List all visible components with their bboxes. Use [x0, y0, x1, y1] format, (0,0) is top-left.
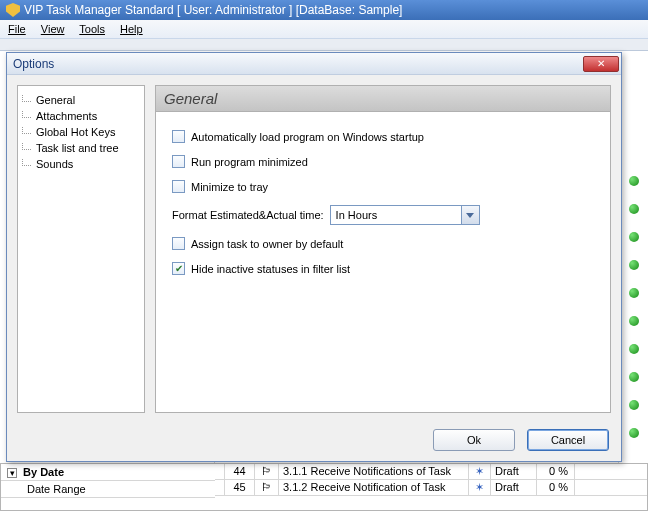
checkbox-assign[interactable]: [172, 237, 185, 250]
cell-desc: 3.1.1 Receive Notifications of Task: [279, 464, 469, 479]
cell-status: Draft: [491, 480, 537, 495]
filter-daterange[interactable]: Date Range: [1, 481, 215, 498]
app-title: VIP Task Manager Standard [ User: Admini…: [24, 3, 402, 17]
table-row[interactable]: 44 🏳 3.1.1 Receive Notifications of Task…: [215, 464, 647, 480]
opt-assign-row: Assign task to owner by default: [172, 237, 594, 250]
table-row[interactable]: 45 🏳 3.1.2 Receive Notification of Task …: [215, 480, 647, 496]
status-dot-icon: [629, 428, 639, 438]
checkbox-minimized[interactable]: [172, 155, 185, 168]
opt-tray-label: Minimize to tray: [191, 181, 268, 193]
toolbar-area: [0, 39, 648, 51]
status-dot-icon: [629, 288, 639, 298]
status-dot-icon: [629, 176, 639, 186]
checkbox-tray[interactable]: [172, 180, 185, 193]
nav-tasklist[interactable]: Task list and tree: [22, 140, 140, 156]
status-dot-icon: [629, 372, 639, 382]
opt-assign-label: Assign task to owner by default: [191, 238, 343, 250]
opt-tray-row: Minimize to tray: [172, 180, 594, 193]
options-form: Automatically load program on Windows st…: [156, 112, 610, 293]
nav-general[interactable]: General: [22, 92, 140, 108]
cell-desc: 3.1.2 Receive Notification of Task: [279, 480, 469, 495]
task-grid: 44 🏳 3.1.1 Receive Notifications of Task…: [215, 463, 648, 511]
flag-icon: 🏳: [255, 464, 279, 479]
menu-view[interactable]: View: [41, 23, 65, 35]
bg-status-strip: [618, 56, 648, 511]
opt-autoload-label: Automatically load program on Windows st…: [191, 131, 424, 143]
filter-group-bydate[interactable]: ▾ By Date: [1, 464, 215, 481]
format-select[interactable]: In Hours: [330, 205, 480, 225]
status-dot-icon: [629, 344, 639, 354]
star-icon: ✶: [469, 480, 491, 495]
format-select-value: In Hours: [331, 209, 461, 221]
filter-panel: ▾ By Date Date Range: [0, 463, 215, 511]
filter-bydate-label: By Date: [23, 466, 64, 478]
options-dialog: Options ✕ General Attachments Global Hot…: [6, 52, 622, 462]
menu-file[interactable]: File: [8, 23, 26, 35]
nav-attachments[interactable]: Attachments: [22, 108, 140, 124]
ok-button[interactable]: Ok: [433, 429, 515, 451]
section-header: General: [156, 86, 610, 112]
cell-pct: 0 %: [537, 464, 575, 479]
nav-sounds[interactable]: Sounds: [22, 156, 140, 172]
opt-hideinactive-row: ✔ Hide inactive statuses in filter list: [172, 262, 594, 275]
menu-tools[interactable]: Tools: [79, 23, 105, 35]
dialog-title: Options: [13, 57, 54, 71]
menubar: File View Tools Help: [0, 20, 648, 39]
options-nav: General Attachments Global Hot Keys Task…: [17, 85, 145, 413]
chevron-down-icon: [466, 213, 474, 218]
options-content: General Automatically load program on Wi…: [155, 85, 611, 413]
cell-status: Draft: [491, 464, 537, 479]
cell-num: 45: [225, 480, 255, 495]
opt-hideinactive-label: Hide inactive statuses in filter list: [191, 263, 350, 275]
flag-icon: 🏳: [255, 480, 279, 495]
dialog-titlebar[interactable]: Options ✕: [7, 53, 621, 75]
cell-pct: 0 %: [537, 480, 575, 495]
menu-help[interactable]: Help: [120, 23, 143, 35]
checkbox-autoload[interactable]: [172, 130, 185, 143]
close-button[interactable]: ✕: [583, 56, 619, 72]
status-dot-icon: [629, 204, 639, 214]
nav-hotkeys[interactable]: Global Hot Keys: [22, 124, 140, 140]
bottom-area: ▾ By Date Date Range 44 🏳 3.1.1 Receive …: [0, 463, 648, 511]
expand-icon[interactable]: ▾: [7, 468, 17, 478]
opt-minimized-label: Run program minimized: [191, 156, 308, 168]
opt-minimized-row: Run program minimized: [172, 155, 594, 168]
opt-format-row: Format Estimated&Actual time: In Hours: [172, 205, 594, 225]
status-dot-icon: [629, 260, 639, 270]
star-icon: ✶: [469, 464, 491, 479]
checkbox-hideinactive[interactable]: ✔: [172, 262, 185, 275]
status-dot-icon: [629, 316, 639, 326]
app-titlebar: VIP Task Manager Standard [ User: Admini…: [0, 0, 648, 20]
cancel-button[interactable]: Cancel: [527, 429, 609, 451]
app-icon: [6, 3, 20, 17]
opt-autoload-row: Automatically load program on Windows st…: [172, 130, 594, 143]
close-icon: ✕: [597, 58, 605, 69]
cell-num: 44: [225, 464, 255, 479]
status-dot-icon: [629, 400, 639, 410]
dialog-buttons: Ok Cancel: [7, 423, 621, 461]
status-dot-icon: [629, 232, 639, 242]
filter-daterange-label: Date Range: [27, 483, 86, 495]
dropdown-button[interactable]: [461, 206, 479, 224]
opt-format-label: Format Estimated&Actual time:: [172, 209, 324, 221]
